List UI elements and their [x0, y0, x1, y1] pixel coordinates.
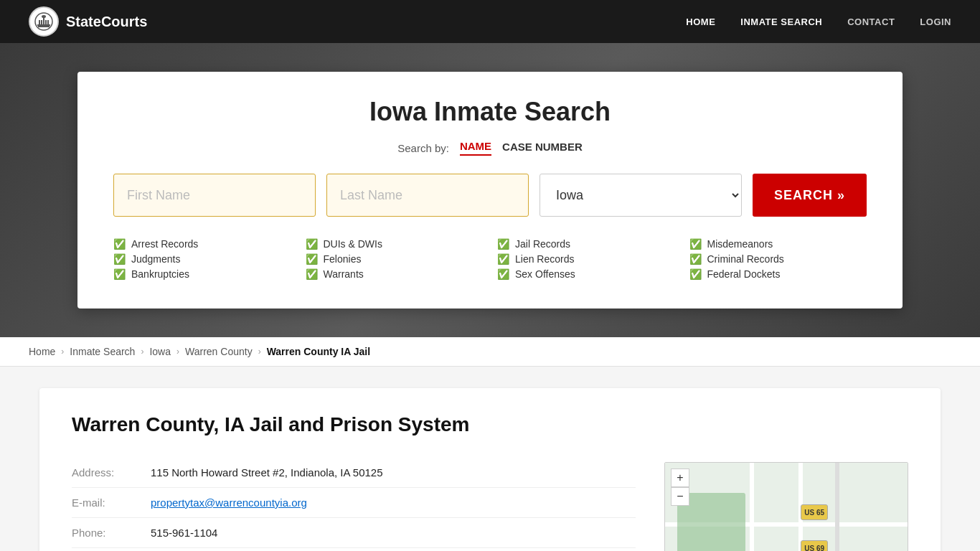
check-icon: ✅: [113, 253, 126, 265]
breadcrumb-current: Warren County IA Jail: [267, 346, 370, 357]
svg-rect-7: [43, 20, 44, 24]
feature-judgments: ✅ Judgments: [113, 253, 291, 265]
state-select[interactable]: Iowa Alabama Alaska Arizona California: [540, 174, 742, 217]
breadcrumb: Home › Inmate Search › Iowa › Warren Cou…: [0, 337, 980, 367]
feature-warrants: ✅ Warrants: [306, 268, 484, 280]
feature-label: Federal Dockets: [707, 268, 781, 280]
svg-rect-2: [38, 26, 50, 27]
feature-label: Bankruptcies: [131, 268, 189, 280]
svg-rect-5: [39, 20, 40, 24]
feature-duis: ✅ DUIs & DWIs: [306, 238, 484, 250]
breadcrumb-sep-1: ›: [61, 347, 64, 357]
feature-label: Lien Records: [515, 253, 575, 265]
tab-case-number[interactable]: CASE NUMBER: [502, 141, 583, 155]
first-name-input[interactable]: [113, 174, 316, 217]
nav-home[interactable]: HOME: [686, 17, 715, 27]
feature-jail-records: ✅ Jail Records: [497, 238, 675, 250]
map-controls: + −: [671, 468, 689, 506]
breadcrumb-sep-4: ›: [258, 347, 261, 357]
feature-sex-offenses: ✅ Sex Offenses: [497, 268, 675, 280]
breadcrumb-sep-3: ›: [176, 347, 179, 357]
search-by-label: Search by:: [397, 142, 449, 154]
check-icon: ✅: [306, 238, 318, 250]
breadcrumb-inmate-search[interactable]: Inmate Search: [70, 346, 135, 357]
check-icon: ✅: [306, 253, 318, 265]
hero-section: COURTHOUSE Iowa Inmate Search Search by:…: [0, 43, 980, 337]
nav-inmate-search[interactable]: INMATE SEARCH: [740, 17, 822, 27]
feature-felonies: ✅ Felonies: [306, 253, 484, 265]
phone-row: Phone: 515-961-1104: [72, 518, 636, 548]
fax-row: Fax: 515-961-1078: [72, 548, 636, 552]
check-icon: ✅: [113, 238, 126, 250]
highway-us65: US 65: [801, 504, 828, 520]
facility-title: Warren County, IA Jail and Prison System: [72, 413, 636, 436]
breadcrumb-sep-2: ›: [141, 347, 143, 357]
header: StateCourts HOME INMATE SEARCH CONTACT L…: [0, 0, 980, 43]
fax-value: 515-961-1078: [151, 548, 636, 552]
email-link[interactable]: propertytax@warrencountyia.org: [151, 496, 307, 509]
check-icon: ✅: [689, 268, 702, 280]
feature-bankruptcies: ✅ Bankruptcies: [113, 268, 291, 280]
svg-rect-1: [37, 24, 50, 26]
feature-label: DUIs & DWIs: [324, 238, 382, 250]
email-label: E-mail:: [72, 488, 151, 518]
last-name-input[interactable]: [326, 174, 529, 217]
check-icon: ✅: [497, 253, 509, 265]
feature-criminal-records: ✅ Criminal Records: [689, 253, 867, 265]
nav-login[interactable]: LOGIN: [920, 17, 951, 27]
feature-label: Misdemeanors: [707, 238, 773, 250]
tab-name[interactable]: NAME: [460, 140, 491, 156]
map-zoom-out[interactable]: −: [671, 487, 689, 506]
feature-lien-records: ✅ Lien Records: [497, 253, 675, 265]
check-icon: ✅: [689, 253, 702, 265]
search-fields-row: Iowa Alabama Alaska Arizona California S…: [113, 174, 867, 217]
content-area: Warren County, IA Jail and Prison System…: [0, 367, 980, 551]
breadcrumb-home[interactable]: Home: [29, 346, 55, 357]
search-by-row: Search by: NAME CASE NUMBER: [113, 140, 867, 156]
map-mock: + − US 65 US 69: [665, 463, 908, 551]
address-label: Address:: [72, 458, 151, 488]
highway-us69: US 69: [801, 540, 828, 551]
nav-contact[interactable]: CONTACT: [847, 17, 895, 27]
feature-label: Judgments: [131, 253, 180, 265]
feature-label: Sex Offenses: [515, 268, 575, 280]
fax-label: Fax:: [72, 548, 151, 552]
map-container: + − US 65 US 69: [664, 462, 908, 551]
search-card: Iowa Inmate Search Search by: NAME CASE …: [77, 72, 903, 309]
svg-rect-8: [45, 20, 47, 24]
logo-icon: [29, 6, 59, 37]
address-row: Address: 115 North Howard Street #2, Ind…: [72, 458, 636, 488]
main-nav: HOME INMATE SEARCH CONTACT LOGIN: [686, 17, 951, 27]
breadcrumb-warren-county[interactable]: Warren County: [185, 346, 253, 357]
feature-label: Jail Records: [515, 238, 570, 250]
facility-info: Warren County, IA Jail and Prison System…: [72, 413, 636, 551]
search-button[interactable]: SEARCH »: [753, 174, 867, 217]
svg-rect-9: [47, 20, 49, 24]
feature-arrest-records: ✅ Arrest Records: [113, 238, 291, 250]
search-title: Iowa Inmate Search: [113, 97, 867, 127]
email-row: E-mail: propertytax@warrencountyia.org: [72, 488, 636, 518]
svg-rect-6: [41, 20, 42, 24]
feature-label: Arrest Records: [131, 238, 198, 250]
logo-area: StateCourts: [29, 6, 147, 37]
check-icon: ✅: [497, 238, 509, 250]
feature-label: Criminal Records: [707, 253, 784, 265]
info-table: Address: 115 North Howard Street #2, Ind…: [72, 458, 636, 551]
feature-label: Felonies: [324, 253, 362, 265]
email-value: propertytax@warrencountyia.org: [151, 488, 636, 518]
logo-text: StateCourts: [66, 14, 147, 30]
breadcrumb-iowa[interactable]: Iowa: [149, 346, 171, 357]
facility-card: Warren County, IA Jail and Prison System…: [39, 388, 941, 551]
check-icon: ✅: [497, 268, 509, 280]
phone-value: 515-961-1104: [151, 518, 636, 548]
check-icon: ✅: [306, 268, 318, 280]
check-icon: ✅: [113, 268, 126, 280]
feature-label: Warrants: [324, 268, 364, 280]
features-grid: ✅ Arrest Records ✅ DUIs & DWIs ✅ Jail Re…: [113, 238, 867, 280]
phone-label: Phone:: [72, 518, 151, 548]
feature-misdemeanors: ✅ Misdemeanors: [689, 238, 867, 250]
feature-federal-dockets: ✅ Federal Dockets: [689, 268, 867, 280]
check-icon: ✅: [689, 238, 702, 250]
svg-point-4: [42, 15, 46, 18]
map-zoom-in[interactable]: +: [671, 468, 689, 487]
